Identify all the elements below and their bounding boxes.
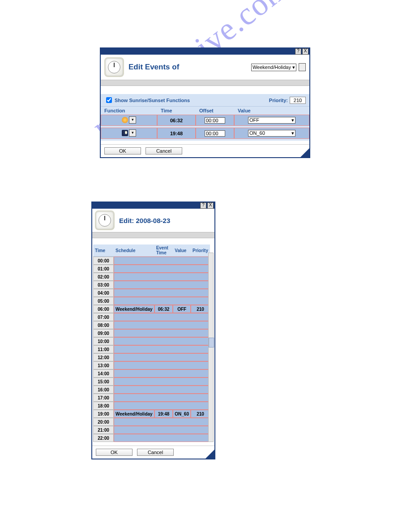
- value-select[interactable]: OFF▾: [248, 117, 295, 124]
- schedule-row[interactable]: 10:00: [93, 337, 210, 345]
- schedule-row[interactable]: 04:00: [93, 289, 210, 297]
- empty-cell: [114, 281, 210, 289]
- schedule-table: Time Schedule Event Time Value Priority …: [93, 245, 210, 442]
- empty-cell: [114, 434, 210, 442]
- show-sunrise-checkbox[interactable]: [106, 97, 112, 103]
- schedule-row[interactable]: 07:00: [93, 313, 210, 321]
- cancel-button[interactable]: Cancel: [137, 449, 174, 456]
- time-cell: 19:48: [157, 128, 196, 139]
- function-select[interactable]: ▾: [122, 129, 136, 137]
- show-sunrise-label: Show Sunrise/Sunset Functions: [115, 98, 269, 103]
- value-cell: OFF: [173, 305, 191, 313]
- schedule-row[interactable]: 02:00: [93, 273, 210, 281]
- hour-cell: 08:00: [93, 321, 114, 329]
- resize-handle[interactable]: [300, 148, 309, 157]
- event-row: ▾ 06:32 OFF▾: [101, 115, 309, 126]
- empty-cell: [114, 257, 210, 265]
- window-header: Edit Events of Weekend/Holiday ▾: [101, 55, 309, 80]
- empty-cell: [114, 386, 210, 394]
- schedule-row[interactable]: 13:00: [93, 361, 210, 369]
- schedule-row[interactable]: 06:00Weekend/Holiday06:32OFF210: [93, 305, 210, 313]
- hour-cell: 12:00: [93, 353, 114, 361]
- offset-input[interactable]: [205, 117, 225, 124]
- col-function: Function: [101, 106, 157, 115]
- hour-cell: 09:00: [93, 329, 114, 337]
- empty-cell: [114, 313, 210, 321]
- col-evtime: Event Time: [154, 245, 173, 257]
- titlebar: ? X: [92, 202, 214, 209]
- value-text: OFF: [249, 117, 259, 123]
- hour-cell: 11:00: [93, 345, 114, 353]
- schedule-row[interactable]: 12:00: [93, 353, 210, 361]
- event-row: ▾ 19:48 ON_60▾: [101, 128, 309, 139]
- col-time: Time: [157, 106, 196, 115]
- schedule-row[interactable]: 14:00: [93, 369, 210, 378]
- close-button[interactable]: X: [207, 202, 214, 209]
- evtime-cell: 19:48: [154, 410, 173, 418]
- schedule-row[interactable]: 15:00: [93, 378, 210, 386]
- schedule-row[interactable]: 11:00: [93, 345, 210, 353]
- hour-cell: 07:00: [93, 313, 114, 321]
- hour-cell: 14:00: [93, 369, 114, 378]
- hour-cell: 15:00: [93, 378, 114, 386]
- empty-cell: [114, 353, 210, 361]
- help-button[interactable]: ?: [295, 48, 301, 55]
- ok-button[interactable]: OK: [104, 147, 141, 154]
- col-offset: Offset: [196, 106, 234, 115]
- ok-button[interactable]: OK: [96, 449, 133, 456]
- hour-cell: 18:00: [93, 402, 114, 410]
- value-select[interactable]: ON_60▾: [248, 130, 295, 137]
- schedule-row[interactable]: 17:00: [93, 394, 210, 402]
- schedule-row[interactable]: 20:00: [93, 418, 210, 426]
- hour-cell: 03:00: [93, 281, 114, 289]
- schedule-select[interactable]: Weekend/Holiday ▾: [251, 64, 296, 71]
- col-value: Value: [234, 106, 309, 115]
- hour-cell: 04:00: [93, 289, 114, 297]
- button-row: OK Cancel: [92, 446, 214, 459]
- scrollbar[interactable]: [208, 253, 214, 442]
- empty-cell: [114, 369, 210, 378]
- hour-cell: 06:00: [93, 305, 114, 313]
- schedule-row[interactable]: 09:00: [93, 329, 210, 337]
- empty-cell: [114, 378, 210, 386]
- chevron-down-icon: ▾: [292, 64, 295, 70]
- schedule-row[interactable]: 03:00: [93, 281, 210, 289]
- hour-cell: 01:00: [93, 265, 114, 273]
- hour-cell: 10:00: [93, 337, 114, 345]
- schedule-row[interactable]: 22:00: [93, 434, 210, 442]
- hour-cell: 13:00: [93, 361, 114, 369]
- clock-icon: [104, 57, 124, 77]
- window-title: Edit Events of: [128, 63, 251, 72]
- help-button[interactable]: ?: [200, 202, 206, 209]
- priority-input[interactable]: [290, 97, 306, 104]
- schedule-row[interactable]: 18:00: [93, 402, 210, 410]
- empty-cell: [114, 321, 210, 329]
- resize-handle[interactable]: [206, 450, 214, 459]
- hour-cell: 21:00: [93, 426, 114, 434]
- schedule-row[interactable]: 00:00: [93, 257, 210, 265]
- value-cell: ON_60: [173, 410, 191, 418]
- separator: [92, 232, 214, 238]
- clock-icon: [95, 210, 115, 230]
- hour-cell: 05:00: [93, 297, 114, 305]
- col-time: Time: [93, 245, 114, 257]
- close-button[interactable]: X: [302, 48, 308, 55]
- hour-cell: 22:00: [93, 434, 114, 442]
- hour-cell: 00:00: [93, 257, 114, 265]
- function-select[interactable]: ▾: [122, 116, 136, 124]
- schedule-row[interactable]: 01:00: [93, 265, 210, 273]
- empty-cell: [114, 361, 210, 369]
- schedule-row[interactable]: 19:00Weekend/Holiday19:48ON_60210: [93, 410, 210, 418]
- cancel-button[interactable]: Cancel: [146, 147, 182, 154]
- offset-input[interactable]: [205, 130, 225, 137]
- schedule-row[interactable]: 08:00: [93, 321, 210, 329]
- schedule-row[interactable]: 21:00: [93, 426, 210, 434]
- empty-cell: [114, 394, 210, 402]
- hour-cell: 20:00: [93, 418, 114, 426]
- empty-cell: [114, 402, 210, 410]
- edit-events-window: ? X Edit Events of Weekend/Holiday ▾ Sho…: [100, 47, 310, 158]
- window-title: Edit: 2008-08-23: [119, 217, 212, 224]
- schedule-row[interactable]: 05:00: [93, 297, 210, 305]
- schedule-row[interactable]: 16:00: [93, 386, 210, 394]
- schedule-browse-button[interactable]: [299, 63, 306, 71]
